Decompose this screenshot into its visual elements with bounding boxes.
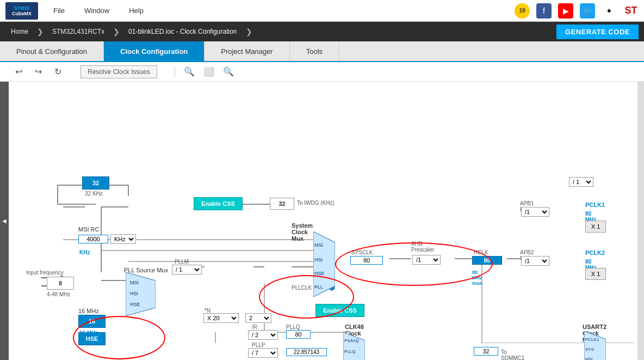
- zoom-out-button[interactable]: 🔍: [221, 64, 236, 80]
- logo-stm32-text: STM32: [14, 5, 29, 11]
- pll-source-mux-svg: MSI HSI HSE: [126, 272, 156, 316]
- menu-window[interactable]: Window: [80, 7, 114, 15]
- svg-text:MSI: MSI: [130, 280, 139, 285]
- svg-text:HSI: HSI: [130, 291, 138, 296]
- twitter-icon[interactable]: 🐦: [580, 3, 595, 19]
- div1-top-right: / 1: [569, 177, 593, 187]
- hclk-max-label: 80 MHz max: [472, 270, 482, 286]
- pllr-select[interactable]: / 2: [248, 330, 278, 340]
- clk48-mux-svg: PSA1Q PLLQ MSI HSI48: [343, 332, 365, 360]
- logo-area: STM32 CubeMX: [5, 2, 38, 20]
- undo-button[interactable]: ↩: [11, 64, 26, 80]
- tab-pinout[interactable]: Pinout & Configuration: [0, 41, 104, 61]
- menu-file[interactable]: File: [49, 7, 69, 15]
- pllq-label: PLLQ: [286, 324, 300, 330]
- pllp-label: PLLP: [252, 342, 265, 348]
- freq-32-label: 32 KHz: [85, 191, 103, 197]
- apb1-select[interactable]: /1: [521, 207, 549, 217]
- div1-top-select[interactable]: / 1: [569, 177, 593, 187]
- enable-css-top[interactable]: Enable CSS: [194, 197, 243, 210]
- svg-text:HSI: HSI: [314, 257, 323, 263]
- x1-top-block: X 1: [585, 221, 606, 233]
- to-iwdg-block: 32: [270, 198, 294, 210]
- pllq-input: [286, 330, 311, 339]
- svg-marker-44: [584, 331, 606, 360]
- facebook-icon[interactable]: f: [536, 3, 552, 19]
- pclk1-label: PCLK1: [585, 202, 605, 208]
- sdmmc-input: [474, 347, 498, 356]
- hsi-rc-label: 16 MHz: [78, 308, 99, 314]
- left-sidebar-toggle[interactable]: ◀: [0, 82, 9, 360]
- freq-32-block: 32: [82, 176, 109, 190]
- toolbar-separator: [175, 66, 175, 77]
- tab-clock[interactable]: Clock Configuration: [104, 41, 205, 61]
- svg-text:PCLK1: PCLK1: [585, 337, 599, 342]
- hclk-input[interactable]: [472, 256, 502, 265]
- plln-select[interactable]: X 20: [203, 313, 239, 323]
- network-icon: ✦: [602, 3, 617, 19]
- icon-19: 19: [515, 3, 530, 19]
- msi-rc-select[interactable]: KHz: [110, 234, 136, 244]
- zoom-fit-button[interactable]: ⬜: [201, 64, 216, 80]
- ahb-prescaler-label: AHB Prescaler: [411, 241, 434, 253]
- to-iwdg-label: To IWDG (KHz): [297, 200, 335, 206]
- st-logo: ST: [623, 3, 639, 19]
- sdmmc-label: To SDMMC1 (Mhz): [501, 349, 524, 360]
- zoom-in-button[interactable]: 🔍: [182, 64, 197, 80]
- youtube-icon[interactable]: ▶: [558, 3, 573, 19]
- pllm-select[interactable]: / 1: [172, 265, 202, 274]
- div2-select[interactable]: 2: [245, 313, 271, 323]
- redo-button[interactable]: ↪: [30, 64, 46, 80]
- hsi-rc-block: 16: [78, 315, 106, 328]
- msi-rc-control: KHz: [78, 234, 136, 244]
- input-freq-range: 4-48 MHz: [47, 291, 70, 297]
- pclk2-label: PCLK2: [585, 249, 605, 256]
- tab-tools[interactable]: Tools: [290, 41, 339, 61]
- breadcrumb-bar: Home ❯ STM32L431RCTx ❯ 01-blinkLED.ioc -…: [0, 22, 644, 41]
- system-clock-mux-label: System Clock Mux: [292, 222, 313, 242]
- pllp-input: [286, 348, 327, 356]
- ahb-prescaler-select[interactable]: /1: [412, 255, 441, 265]
- input-freq-block: 8: [47, 277, 74, 290]
- breadcrumb-file[interactable]: 01-blinkLED.ioc - Clock Configuration: [123, 26, 242, 38]
- msi-rc-input[interactable]: [78, 235, 108, 243]
- breadcrumb-device[interactable]: STM32L431RCTx: [47, 26, 110, 38]
- svg-marker-35: [343, 332, 365, 360]
- right-scrollbar[interactable]: [637, 82, 644, 360]
- usart2-mux-svg: PCLK1 SYS HSI LSE: [584, 331, 606, 360]
- stm32-logo: STM32 CubeMX: [5, 2, 38, 20]
- svg-text:PLLQ: PLLQ: [344, 349, 355, 354]
- apb2-select[interactable]: /1: [521, 256, 549, 266]
- breadcrumb-home[interactable]: Home: [5, 26, 34, 38]
- top-menu-bar: STM32 CubeMX File Window Help 19 f ▶ 🐦 ✦…: [0, 0, 644, 22]
- logo-cubemx-text: CubeMX: [12, 11, 32, 16]
- resolve-clock-button[interactable]: Resolve Clock Issues: [81, 65, 157, 78]
- svg-text:MSI: MSI: [314, 242, 323, 248]
- svg-text:HSI: HSI: [585, 357, 592, 360]
- tab-project[interactable]: Project Manager: [205, 41, 289, 61]
- svg-text:HSE: HSE: [314, 271, 325, 276]
- clock-diagram: 32 32 KHz Enable CSS 32 To IWDG (KHz) MS…: [9, 82, 634, 343]
- menu-help[interactable]: Help: [125, 7, 148, 15]
- svg-text:SYS: SYS: [585, 347, 594, 352]
- msi-rc-label: MSI RC: [78, 226, 100, 233]
- pllclk-label: PLLCLK: [292, 285, 312, 291]
- main-content: ◀: [0, 82, 644, 360]
- refresh-button[interactable]: ↻: [50, 64, 65, 80]
- pllp-select[interactable]: / 7: [248, 348, 278, 358]
- msi-unit-label: KHz: [79, 249, 90, 255]
- x1-bottom-block: X 1: [585, 268, 606, 280]
- svg-text:HSE: HSE: [130, 302, 140, 307]
- pllm-label: PLLM: [175, 259, 189, 265]
- input-freq-label: Input frequency: [26, 270, 64, 276]
- generate-code-button[interactable]: GENERATE CODE: [556, 25, 639, 39]
- pllr-label: /R: [252, 324, 257, 330]
- svg-text:PSA1Q: PSA1Q: [344, 338, 359, 343]
- sysclk-mux-svg: MSI HSI HSE PLL: [313, 231, 335, 297]
- toolbar: ↩ ↪ ↻ Resolve Clock Issues 🔍 ⬜ 🔍: [0, 62, 644, 82]
- enable-css-bottom[interactable]: Enable CSS: [315, 304, 364, 317]
- top-icons-area: 19 f ▶ 🐦 ✦ ST: [515, 3, 639, 19]
- svg-text:PLL: PLL: [314, 284, 323, 290]
- tab-bar: Pinout & Configuration Clock Configurati…: [0, 41, 644, 62]
- sysclk-input: [350, 256, 383, 265]
